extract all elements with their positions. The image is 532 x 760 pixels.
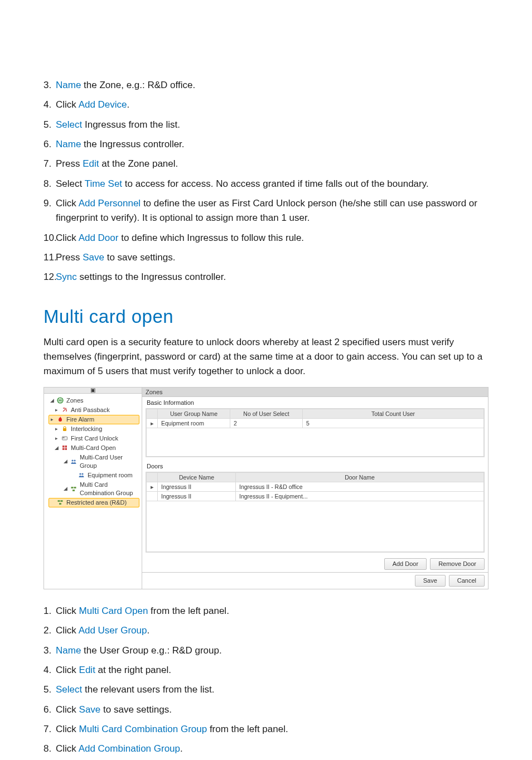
doors-grid: Device NameDoor Name ▸Ingressus IIIngres… bbox=[146, 472, 485, 553]
multi-icon bbox=[61, 444, 69, 451]
grid-header[interactable]: Device Name bbox=[158, 472, 236, 482]
remove-door-button[interactable]: Remove Door bbox=[430, 558, 485, 570]
step-fragment: Click bbox=[56, 665, 79, 675]
grid-header[interactable]: User Group Name bbox=[158, 409, 230, 418]
svg-rect-7 bbox=[65, 448, 67, 451]
step-text: Select Ingressus from the list. bbox=[56, 118, 489, 132]
doors-label: Doors bbox=[142, 461, 488, 471]
tree-item-fire-alarm[interactable]: ▸Fire Alarm bbox=[49, 415, 139, 424]
step-number: 10. bbox=[43, 231, 56, 245]
svg-point-9 bbox=[74, 459, 75, 461]
svg-rect-17 bbox=[59, 503, 61, 505]
tree-expand-icon[interactable]: ▸ bbox=[54, 434, 59, 443]
svg-point-10 bbox=[79, 473, 81, 475]
tree-expand-icon[interactable]: ▸ bbox=[50, 415, 54, 424]
steps2-item: 2.Click Add User Group. bbox=[43, 623, 489, 638]
step-text: Sync settings to the Ingressus controlle… bbox=[56, 270, 489, 284]
tree-item-multi-card-user-group[interactable]: ◢Multi-Card User Group bbox=[49, 453, 139, 471]
tree-expand-icon[interactable]: ▸ bbox=[54, 425, 59, 433]
tree-expand-icon[interactable]: ◢ bbox=[63, 485, 67, 493]
basic-info-grid: User Group NameNo of User SelectTotal Co… bbox=[146, 408, 485, 457]
table-cell: Ingressus II - R&D office bbox=[236, 482, 484, 491]
table-cell: Equipment room bbox=[158, 418, 230, 428]
door-buttons-row: Add Door Remove Door bbox=[142, 556, 488, 572]
step-text: Click Multi Card Open from the left pane… bbox=[56, 604, 489, 618]
step-text: Click Edit at the right panel. bbox=[56, 663, 489, 677]
step-fragment: to define which Ingressus to follow this… bbox=[118, 233, 304, 243]
svg-rect-13 bbox=[74, 487, 76, 488]
steps1-item: 10.Click Add Door to define which Ingres… bbox=[43, 231, 489, 245]
step-fragment: the User Group e.g.: R&D group. bbox=[81, 645, 221, 656]
tree-panel: ▣ ◢Zones▸Anti Passback▸Fire Alarm▸Interl… bbox=[44, 388, 142, 589]
tree-item-restricted-area-r-d-[interactable]: Restricted area (R&D) bbox=[49, 498, 139, 507]
grid-header[interactable]: Door Name bbox=[236, 472, 484, 482]
step-fragment: Select bbox=[56, 178, 85, 189]
step-text: Click Save to save settings. bbox=[56, 703, 489, 717]
tree-expand-icon[interactable]: ◢ bbox=[50, 396, 54, 405]
cancel-button[interactable]: Cancel bbox=[449, 575, 485, 587]
keyword-link: Select bbox=[56, 684, 82, 695]
tree-item-equipment-room[interactable]: Equipment room bbox=[49, 471, 139, 480]
table-row[interactable]: ▸Equipment room25 bbox=[147, 418, 484, 428]
tree-item-label: Multi Card Combination Group bbox=[80, 481, 138, 497]
svg-rect-5 bbox=[65, 446, 67, 448]
grid-header[interactable] bbox=[147, 472, 158, 482]
step-text: Name the Ingressus controller. bbox=[56, 137, 489, 152]
pin-icon[interactable]: ▣ bbox=[44, 388, 142, 394]
tree-expand-icon[interactable]: ◢ bbox=[54, 444, 59, 452]
keyword-link: Add Device bbox=[79, 99, 127, 110]
keyword-link: Add Door bbox=[79, 233, 119, 243]
step-fragment: at the right panel. bbox=[95, 665, 171, 675]
table-cell: ▸ bbox=[147, 418, 158, 428]
grid-header[interactable]: Total Count User bbox=[303, 409, 484, 418]
step-text: Name the User Group e.g.: R&D group. bbox=[56, 643, 489, 658]
tree-expand-icon[interactable]: ▸ bbox=[54, 406, 59, 414]
tree-item-multi-card-combination-group[interactable]: ◢Multi Card Combination Group bbox=[49, 480, 139, 498]
save-button[interactable]: Save bbox=[415, 575, 446, 587]
keyword-link: Add Combination Group bbox=[79, 743, 180, 754]
svg-rect-3 bbox=[63, 437, 65, 438]
svg-rect-6 bbox=[62, 448, 65, 451]
steps2-item: 1.Click Multi Card Open from the left pa… bbox=[43, 604, 489, 618]
svg-rect-12 bbox=[71, 487, 74, 488]
tree-item-interlocking[interactable]: ▸Interlocking bbox=[49, 424, 139, 434]
combo-icon bbox=[56, 499, 64, 506]
step-number: 5. bbox=[43, 682, 56, 697]
anti-icon bbox=[61, 406, 69, 413]
step-fragment: Click bbox=[56, 233, 79, 243]
globe-icon bbox=[56, 397, 64, 404]
table-cell: 5 bbox=[303, 418, 484, 428]
step-fragment: . bbox=[180, 743, 183, 754]
keyword-link: Edit bbox=[79, 665, 95, 675]
keyword-link: Add User Group bbox=[79, 625, 147, 636]
grid-header[interactable] bbox=[147, 409, 158, 418]
step-number: 1. bbox=[43, 604, 56, 618]
tree-item-first-card-unlock[interactable]: ▸First Card Unlock bbox=[49, 434, 139, 443]
steps1-item: 8.Select Time Set to access for access. … bbox=[43, 177, 489, 191]
tree-item-zones[interactable]: ◢Zones bbox=[49, 396, 139, 405]
step-number: 8. bbox=[43, 177, 56, 191]
tree-item-anti-passback[interactable]: ▸Anti Passback bbox=[49, 405, 139, 415]
zones-title: Zones bbox=[142, 388, 488, 397]
steps2-item: 8.Click Add Combination Group. bbox=[43, 742, 489, 756]
step-text: Select the relevant users from the list. bbox=[56, 682, 489, 697]
steps2-item: 6.Click Save to save settings. bbox=[43, 703, 489, 717]
grid-header[interactable]: No of User Select bbox=[230, 409, 303, 418]
tree-item-label: First Card Unlock bbox=[71, 434, 118, 443]
save-cancel-row: Save Cancel bbox=[142, 572, 488, 589]
keyword-link: Name bbox=[56, 80, 81, 90]
table-row[interactable]: Ingressus IIIngressus II - Equipment... bbox=[147, 491, 484, 501]
steps1-item: 4.Click Add Device. bbox=[43, 98, 489, 112]
step-fragment: the relevant users from the list. bbox=[82, 684, 214, 695]
tree-item-label: Multi-Card User Group bbox=[80, 453, 138, 470]
table-row[interactable]: ▸Ingressus IIIngressus II - R&D office bbox=[147, 482, 484, 491]
svg-rect-15 bbox=[58, 500, 60, 502]
keyword-link: Multi Card Combination Group bbox=[79, 724, 207, 734]
step-fragment: from the left panel. bbox=[148, 606, 229, 616]
tree-item-multi-card-open[interactable]: ◢Multi-Card Open bbox=[49, 443, 139, 453]
keyword-link: Select bbox=[56, 119, 82, 130]
steps1-item: 9.Click Add Personnel to define the user… bbox=[43, 196, 489, 226]
step-text: Click Add Personnel to define the user a… bbox=[56, 196, 489, 226]
add-door-button[interactable]: Add Door bbox=[384, 558, 427, 570]
tree-expand-icon[interactable]: ◢ bbox=[63, 457, 67, 466]
